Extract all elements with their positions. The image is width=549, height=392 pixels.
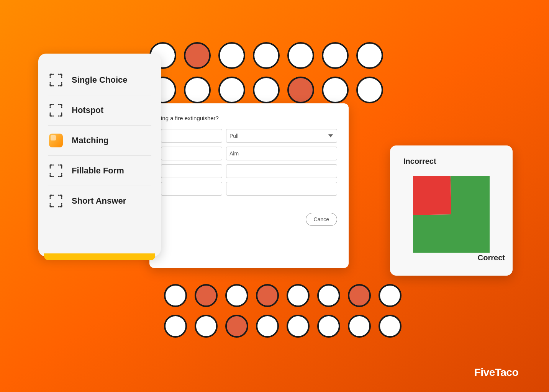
question-type-hotspot[interactable]: Hotspot <box>48 95 151 126</box>
dot <box>348 284 371 307</box>
dot <box>164 284 187 307</box>
form-right-input-2[interactable] <box>226 147 337 160</box>
dot <box>287 284 310 307</box>
dot <box>287 77 314 103</box>
question-type-matching[interactable]: Matching <box>48 126 151 156</box>
question-type-fillable-form[interactable]: Fillable Form <box>48 156 151 186</box>
dot <box>322 77 349 103</box>
svg-rect-1 <box>51 135 56 140</box>
form-right-input-4[interactable] <box>226 182 337 196</box>
form-question-text: ing a fire extinguisher? <box>161 115 337 121</box>
form-row-1: Pull Aim Squeeze Sweep <box>161 129 337 143</box>
dot <box>317 315 340 338</box>
hotspot-label: Hotspot <box>72 105 103 115</box>
incorrect-label: Incorrect <box>403 157 436 166</box>
dot <box>218 77 245 103</box>
dot <box>184 42 211 69</box>
dot <box>253 42 280 69</box>
cancel-button[interactable]: Cance <box>306 213 337 226</box>
form-left-input-2[interactable] <box>161 147 222 160</box>
dot-grid-bottom <box>161 281 406 342</box>
incorrect-slice <box>422 185 480 243</box>
dot <box>218 42 245 69</box>
dot <box>225 315 248 338</box>
dot <box>164 315 187 338</box>
dot <box>195 284 218 307</box>
form-row-4 <box>161 182 337 196</box>
dot <box>348 315 371 338</box>
form-right-select-1[interactable]: Pull Aim Squeeze Sweep <box>226 129 337 143</box>
chart-card: Incorrect Correct <box>390 145 513 276</box>
correct-label: Correct <box>478 253 505 262</box>
single-choice-label: Single Choice <box>72 75 127 85</box>
dot <box>253 77 280 103</box>
dot <box>287 42 314 69</box>
bracket-icon <box>48 102 64 118</box>
matching-label: Matching <box>72 136 109 145</box>
form-row-3 <box>161 164 337 178</box>
question-type-single-choice[interactable]: Single Choice <box>48 65 151 95</box>
logo-text: FiveTaco <box>474 366 518 378</box>
dot <box>317 284 340 307</box>
card-accent-bar <box>44 253 155 260</box>
dot <box>379 315 402 338</box>
fivetaco-logo: FiveTaco <box>474 366 518 379</box>
short-answer-label: Short Answer <box>72 196 126 206</box>
question-types-card: Single Choice Hotspot <box>38 54 161 256</box>
dot <box>379 284 402 307</box>
form-card: ing a fire extinguisher? Pull Aim Squeez… <box>149 103 349 268</box>
dot <box>287 315 310 338</box>
form-left-input-1[interactable] <box>161 129 222 143</box>
form-row-2 <box>161 147 337 160</box>
dot <box>356 77 383 103</box>
question-type-short-answer[interactable]: Short Answer <box>48 186 151 216</box>
dot <box>256 315 279 338</box>
matching-icon <box>48 132 64 149</box>
form-left-input-3[interactable] <box>161 164 222 178</box>
bracket-icon <box>48 193 64 209</box>
form-right-input-3[interactable] <box>226 164 337 178</box>
form-left-input-4[interactable] <box>161 182 222 196</box>
dot <box>322 42 349 69</box>
dot <box>356 42 383 69</box>
dot <box>225 284 248 307</box>
bracket-icon <box>48 163 64 179</box>
dot <box>256 284 279 307</box>
dot <box>195 315 218 338</box>
bracket-icon <box>48 72 64 88</box>
dot <box>184 77 211 103</box>
dot-grid-top <box>146 38 387 107</box>
fillable-form-label: Fillable Form <box>72 166 124 176</box>
